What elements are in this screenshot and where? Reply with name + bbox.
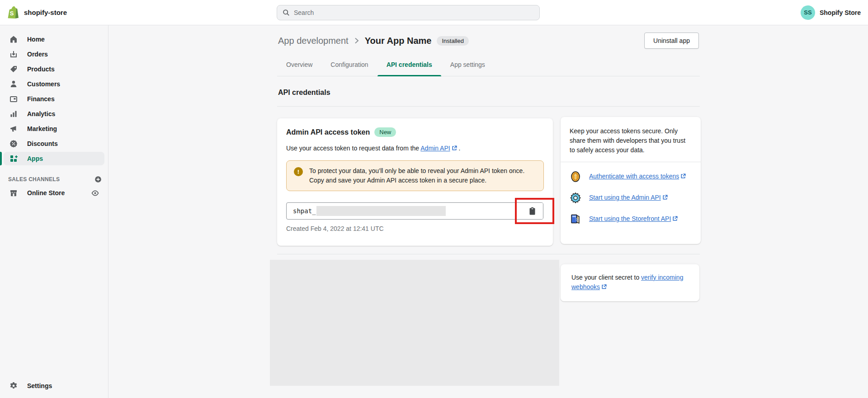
products-icon	[9, 65, 18, 74]
divider	[277, 106, 700, 107]
token-prefix: shpat_	[287, 207, 316, 215]
section-title: API credentials	[278, 89, 330, 97]
discounts-icon	[9, 139, 18, 148]
external-link-icon	[662, 195, 668, 200]
access-token-field[interactable]: shpat_	[286, 202, 543, 220]
add-channel-button[interactable]	[94, 176, 102, 183]
home-icon	[9, 35, 18, 44]
status-badge: Installed	[437, 36, 468, 46]
sidebar-item-label: Finances	[27, 95, 55, 103]
chevron-right-icon	[354, 37, 359, 44]
sidebar-item-label: Online Store	[27, 189, 65, 197]
sidebar-item-label: Analytics	[27, 110, 55, 117]
tab-overview[interactable]: Overview	[277, 53, 321, 76]
sidebar-item-label: Home	[27, 36, 45, 43]
sidebar-item-label: Marketing	[27, 125, 57, 132]
external-link-icon	[680, 173, 686, 179]
webhooks-text: Use your client secret to verify incomin…	[571, 273, 689, 292]
search-icon	[283, 9, 290, 16]
external-link-icon	[672, 216, 678, 221]
secure-tokens-card: Keep your access tokens secure. Only sha…	[561, 117, 701, 244]
breadcrumb: App development Your App Name Installed	[278, 33, 469, 49]
tab-app-settings[interactable]: App settings	[441, 53, 494, 76]
storefront-api-start-link[interactable]: Start using the Storefront API	[589, 213, 678, 223]
secure-tokens-text: Keep your access tokens secure. Only sha…	[561, 117, 701, 162]
copy-token-button[interactable]	[521, 203, 543, 219]
shopify-logo-icon: S	[7, 6, 19, 19]
webhooks-card: Use your client secret to verify incomin…	[561, 264, 699, 301]
divider	[277, 254, 700, 254]
help-link-row: Authenticate with access tokens	[570, 171, 692, 183]
admin-api-token-card: Admin API access token New Use your acce…	[277, 118, 553, 246]
card-title: Admin API access token	[286, 128, 370, 136]
sidebar-item-marketing[interactable]: Marketing	[4, 122, 104, 136]
sidebar-item-online-store[interactable]: Online Store	[4, 186, 104, 200]
sales-channels-header: SALES CHANNELS	[0, 175, 108, 183]
customers-icon	[9, 80, 18, 89]
help-link-row: Start using the Storefront API	[570, 213, 692, 225]
analytics-icon	[9, 109, 18, 118]
help-link-row: Start using the Admin API	[570, 192, 692, 204]
sidebar-item-orders[interactable]: Orders	[4, 47, 104, 61]
uninstall-app-button[interactable]: Uninstall app	[644, 33, 699, 49]
search-input[interactable]	[294, 9, 534, 16]
coin-icon	[570, 171, 581, 183]
token-redaction	[316, 206, 446, 216]
gear-icon	[9, 381, 18, 390]
tab-configuration[interactable]: Configuration	[321, 53, 377, 76]
book-icon	[570, 213, 581, 225]
brand[interactable]: S shopify-store	[0, 6, 67, 19]
storefront-icon	[9, 188, 18, 197]
top-bar: S shopify-store SS Shopify Store	[0, 0, 868, 25]
sales-channels-label: SALES CHANNELS	[8, 176, 60, 183]
sidebar-item-finances[interactable]: Finances	[4, 92, 104, 106]
account-name: Shopify Store	[820, 9, 861, 16]
search-bar[interactable]	[277, 5, 540, 20]
sidebar-item-label: Apps	[27, 155, 43, 162]
sidebar-item-apps[interactable]: Apps	[4, 152, 104, 165]
token-created-text: Created Feb 4, 2022 at 12:41 UTC	[286, 225, 544, 232]
sidebar-item-label: Products	[27, 66, 55, 73]
tab-api-credentials[interactable]: API credentials	[377, 53, 441, 76]
selected-indicator	[0, 152, 2, 165]
account-menu[interactable]: SS Shopify Store	[801, 5, 868, 20]
sidebar-item-settings[interactable]: Settings	[4, 379, 104, 393]
warning-banner: ! To protect your data, you’ll only be a…	[286, 160, 544, 191]
card-description: Use your access token to request data fr…	[286, 144, 544, 153]
authenticate-link[interactable]: Authenticate with access tokens	[589, 171, 686, 181]
external-link-icon	[601, 284, 607, 290]
new-badge: New	[374, 127, 396, 137]
sidebar-item-label: Customers	[27, 80, 60, 88]
finances-icon	[9, 94, 18, 103]
breadcrumb-app-development[interactable]: App development	[278, 36, 349, 46]
main-content: App development Your App Name Installed …	[108, 25, 868, 398]
view-store-eye-icon[interactable]	[91, 189, 99, 197]
avatar: SS	[801, 5, 815, 20]
apps-icon	[9, 154, 18, 163]
sidebar-item-label: Discounts	[27, 140, 58, 147]
marketing-icon	[9, 124, 18, 133]
warning-icon: !	[294, 167, 303, 176]
sidebar-item-customers[interactable]: Customers	[4, 77, 104, 91]
orders-icon	[9, 50, 18, 59]
warning-text: To protect your data, you’ll only be abl…	[309, 166, 536, 185]
svg-text:S: S	[10, 10, 14, 17]
store-name: shopify-store	[24, 9, 67, 16]
external-link-icon	[452, 145, 457, 151]
clipboard-icon	[529, 207, 536, 215]
redacted-placeholder	[270, 260, 559, 386]
sidebar-item-analytics[interactable]: Analytics	[4, 107, 104, 121]
sidebar-item-label: Orders	[27, 51, 48, 58]
page-title: Your App Name	[365, 36, 432, 46]
tab-bar: Overview Configuration API credentials A…	[277, 53, 700, 76]
sidebar: Home Orders Products Customers Finances	[0, 25, 108, 398]
sidebar-item-home[interactable]: Home	[4, 33, 104, 46]
sidebar-item-products[interactable]: Products	[4, 62, 104, 76]
sidebar-item-label: Settings	[27, 382, 52, 389]
gear-emoji-icon	[570, 192, 581, 204]
admin-api-link[interactable]: Admin API	[420, 145, 450, 152]
sidebar-item-discounts[interactable]: Discounts	[4, 137, 104, 150]
admin-api-start-link[interactable]: Start using the Admin API	[589, 192, 668, 202]
